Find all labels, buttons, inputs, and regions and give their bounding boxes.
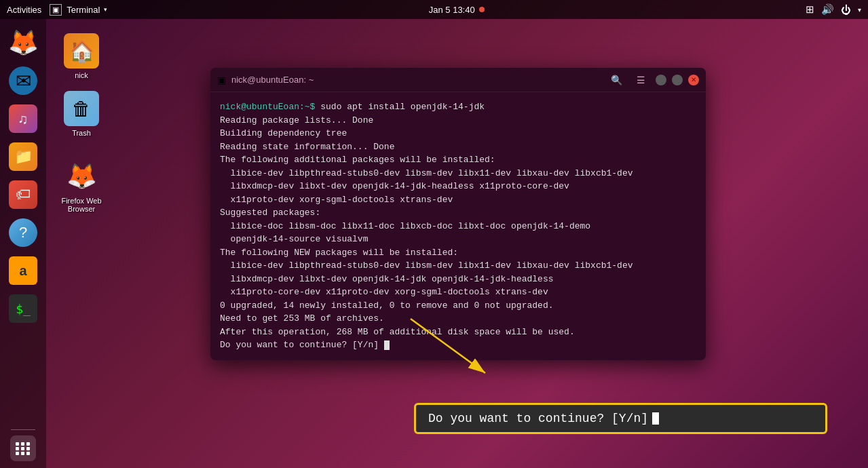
close-button[interactable]: ✕ (688, 75, 699, 85)
dock-item-terminal[interactable]: $_ (6, 292, 40, 326)
title-terminal-icon: ▣ (217, 75, 226, 85)
topbar-right: ⊞ 🔊 ⏻ ▾ (806, 3, 861, 16)
dock-item-files[interactable]: 📁 (6, 140, 40, 174)
trash-icon: 🗑 (64, 91, 99, 126)
dock-item-firefox[interactable]: 🦊 (6, 26, 40, 60)
sound-icon[interactable]: 🔊 (821, 3, 834, 16)
terminal-line-5: libice-dev libpthread-stubs0-dev libsm-d… (220, 167, 696, 180)
grid-dots-icon (16, 442, 31, 455)
terminal-title: nick@ubuntuEoan: ~ (231, 75, 314, 85)
terminal-line-2: Building dependency tree (220, 127, 696, 140)
dock-bottom (10, 427, 36, 468)
terminal-line-14: x11proto-core-dev x11proto-dev xorg-sgml… (220, 286, 696, 299)
maximize-button[interactable] (672, 75, 683, 85)
terminal-line-7: x11proto-dev xorg-sgml-doctools xtrans-d… (220, 193, 696, 207)
callout-text: Do you want to continue? [Y/n] (428, 412, 648, 425)
topbar-left: Activities ▣ Terminal ▾ (7, 4, 107, 16)
terminal-line-11: The following NEW packages will be insta… (220, 246, 696, 260)
terminal-line-15: 0 upgraded, 14 newly installed, 0 to rem… (220, 299, 696, 313)
dock-item-amazon[interactable]: a (6, 254, 40, 288)
menu-button[interactable]: ☰ (631, 71, 650, 90)
terminal-menu[interactable]: ▣ Terminal ▾ (50, 4, 107, 16)
topbar: Activities ▣ Terminal ▾ Jan 5 13:40 ⊞ 🔊 … (0, 0, 868, 19)
desktop-icon-trash[interactable]: 🗑 Trash (54, 88, 109, 140)
terminal-line-13: libxdmcp-dev libxt-dev openjdk-14-jdk op… (220, 273, 696, 286)
terminal-line-10: openjdk-14-source visualvm (220, 233, 696, 246)
show-apps-button[interactable] (10, 435, 36, 461)
network-icon[interactable]: ⊞ (806, 3, 814, 16)
datetime-text: Jan 5 13:40 (429, 5, 475, 15)
desktop-icon-trash-label: Trash (72, 129, 91, 137)
power-icon[interactable]: ⏻ (841, 4, 851, 16)
topbar-datetime: Jan 5 13:40 (429, 5, 485, 15)
terminal-line-3: Reading state information... Done (220, 140, 696, 154)
terminal-titlebar: ▣ nick@ubuntuEoan: ~ 🔍 ☰ ✕ (210, 68, 706, 92)
terminal-line-12: libice-dev libpthread-stubs0-dev libsm-d… (220, 259, 696, 273)
terminal-line-17: After this operation, 268 MB of addition… (220, 326, 696, 339)
cmd-0: sudo apt install openjdk-14-jdk (315, 102, 485, 112)
firefox-desktop-icon: 🦊 (64, 159, 99, 194)
topbar-menu-arrow[interactable]: ▾ (858, 6, 861, 14)
callout-box: Do you want to continue? [Y/n] (414, 403, 827, 434)
terminal-content[interactable]: nick@ubuntuEoan:~$ sudo apt install open… (210, 92, 706, 360)
terminal-line-9: libice-doc libsm-doc libx11-doc libxcb-d… (220, 220, 696, 233)
terminal-line-18: Do you want to continue? [Y/n] (220, 338, 696, 352)
titlebar-left: ▣ nick@ubuntuEoan: ~ (217, 75, 314, 85)
prompt-0: nick@ubuntuEoan:~$ (220, 102, 315, 112)
minimize-button[interactable] (656, 75, 666, 85)
terminal-line-0: nick@ubuntuEoan:~$ sudo apt install open… (220, 100, 696, 114)
dock: 🦊 ✉ ♫ 📁 🏷 ? a $_ (0, 19, 46, 468)
terminal-line-4: The following additional packages will b… (220, 153, 696, 167)
terminal-line-1: Reading package lists... Done (220, 114, 696, 128)
dock-item-rhythmbox[interactable]: ♫ (6, 102, 40, 136)
terminal-line-16: Need to get 253 MB of archives. (220, 312, 696, 326)
terminal-window: ▣ nick@ubuntuEoan: ~ 🔍 ☰ ✕ nick@ubuntuEo… (210, 68, 706, 360)
dock-item-help[interactable]: ? (6, 216, 40, 250)
terminal-menu-arrow: ▾ (104, 6, 107, 13)
dock-item-thunderbird[interactable]: ✉ (6, 64, 40, 98)
home-folder-icon: 🏠 (64, 33, 99, 69)
terminal-cursor (384, 340, 390, 350)
desktop-icon-nick-label: nick (75, 71, 88, 79)
desktop-icon-firefox-label: Firefox WebBrowser (61, 197, 101, 213)
titlebar-controls: 🔍 ☰ ✕ (607, 71, 699, 90)
recording-dot (479, 7, 485, 12)
callout-cursor (652, 412, 659, 425)
terminal-menu-label: Terminal (67, 5, 100, 15)
search-button[interactable]: 🔍 (607, 71, 626, 90)
desktop-icon-nick[interactable]: 🏠 nick (54, 31, 109, 82)
desktop-icon-firefox[interactable]: 🦊 Firefox WebBrowser (54, 156, 109, 216)
terminal-line-8: Suggested packages: (220, 206, 696, 220)
terminal-line-6: libxdmcp-dev libxt-dev openjdk-14-jdk-he… (220, 180, 696, 193)
activities-button[interactable]: Activities (7, 5, 41, 15)
terminal-window-icon: ▣ (50, 4, 62, 16)
dock-item-appstore[interactable]: 🏷 (6, 178, 40, 212)
